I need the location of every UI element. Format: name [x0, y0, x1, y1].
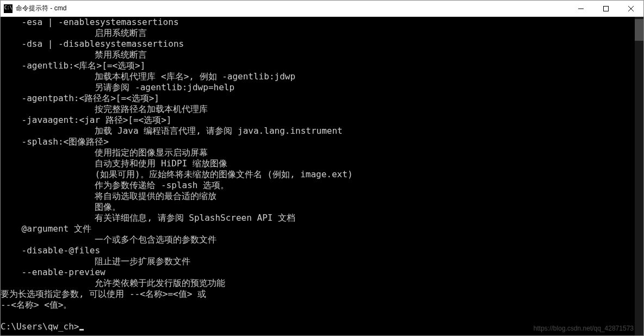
cmd-icon — [4, 4, 13, 13]
maximize-button[interactable] — [593, 1, 618, 17]
close-button[interactable] — [618, 1, 643, 17]
minimize-button[interactable] — [568, 1, 593, 17]
watermark-text: https://blog.csdn.net/qq_42871573 — [534, 325, 634, 332]
scrollbar-thumb[interactable] — [635, 19, 643, 41]
window-controls — [568, 1, 643, 17]
cursor — [79, 329, 84, 331]
command-prompt-window: 命令提示符 - cmd -esa | -enablesystemassertio… — [0, 0, 644, 336]
window-title: 命令提示符 - cmd — [16, 4, 568, 13]
titlebar: 命令提示符 - cmd — [1, 1, 643, 17]
scrollbar[interactable] — [635, 17, 643, 335]
svg-rect-1 — [604, 6, 609, 11]
terminal-output[interactable]: -esa | -enablesystemassertions 启用系统断言 -d… — [1, 17, 635, 335]
prompt-line[interactable]: C:\Users\qw_ch> — [1, 321, 79, 332]
terminal-area: -esa | -enablesystemassertions 启用系统断言 -d… — [1, 17, 643, 335]
